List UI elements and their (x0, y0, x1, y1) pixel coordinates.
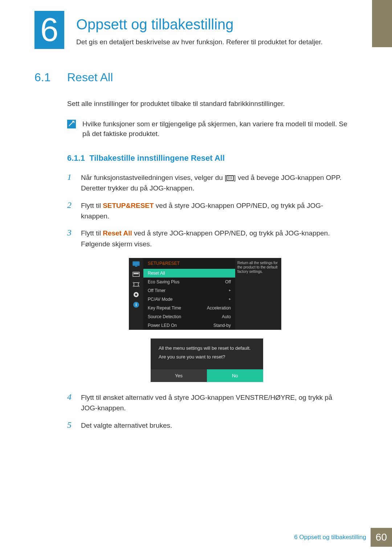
step-number-1: 1 (67, 172, 75, 194)
chapter-subtitle: Det gis en detaljert beskrivelse av hver… (76, 38, 323, 46)
footer-chapter-label: 6 Oppsett og tilbakestilling (294, 534, 366, 541)
svg-rect-5 (134, 273, 139, 274)
step-number-3: 3 (67, 228, 75, 249)
svg-rect-6 (134, 283, 138, 286)
dialog-yes-button: Yes (151, 369, 207, 382)
osd-row: Source DetectionAuto (143, 312, 235, 321)
dialog-line-2: Are you sure you want to reset? (151, 354, 263, 362)
step-text-3: Flytt til Reset All ved å styre JOG-knap… (81, 228, 350, 249)
gear-icon (132, 291, 140, 298)
footer-page-number: 60 (371, 528, 392, 547)
info-icon: i (132, 301, 140, 308)
step-number-5: 5 (67, 420, 75, 431)
osd-row-reset-all: Reset All (143, 269, 235, 278)
chapter-title: Oppsett og tilbakestilling (76, 16, 234, 33)
page-footer: 6 Oppsett og tilbakestilling 60 (294, 528, 392, 547)
note-icon (67, 120, 76, 128)
osd-main-panel: SETUP&RESET Reset All Eco Saving PlusOff… (143, 258, 235, 330)
note-text: Hvilke funksjoner som er tilgjengelige p… (82, 119, 350, 139)
svg-rect-3 (135, 266, 137, 267)
header-side-strip (372, 0, 392, 47)
section-title: Reset All (67, 71, 113, 84)
picture-icon (132, 271, 140, 278)
resize-icon (132, 281, 140, 288)
step-text-1: Når funksjonstastveiledningen vises, vel… (81, 172, 350, 194)
section-intro: Sett alle innstillinger for produktet ti… (67, 99, 350, 109)
step-text-5: Det valgte alternativet brukes. (81, 420, 172, 431)
menu-icon: ⅠⅠⅠ (226, 175, 234, 181)
dialog-line-1: All the menu settings will be reset to d… (151, 345, 263, 354)
subsection-title: 6.1.1 Tilbakestille innstillingene Reset… (67, 153, 350, 163)
osd-tooltip: Return all the settings for the product … (235, 258, 281, 330)
osd-row: Off Timer▸ (143, 286, 235, 295)
osd-header: SETUP&RESET (143, 258, 235, 269)
monitor-icon (132, 261, 140, 267)
section-number: 6.1 (34, 71, 56, 84)
osd-row: Power LED OnStand-by (143, 321, 235, 330)
svg-rect-0 (67, 120, 76, 128)
step-text-2: Flytt til SETUP&RESET ved å styre JOG-kn… (81, 200, 350, 222)
osd-row: Eco Saving PlusOff (143, 278, 235, 286)
step-number-4: 4 (67, 392, 75, 414)
osd-row: Key Repeat TimeAcceleration (143, 304, 235, 312)
svg-point-8 (135, 294, 137, 296)
svg-rect-2 (133, 262, 139, 265)
osd-row: PC/AV Mode▸ (143, 295, 235, 304)
osd-menu-screenshot: i SETUP&RESET Reset All Eco Saving PlusO… (129, 258, 281, 330)
chapter-number-box: 6 (34, 11, 64, 49)
osd-sidebar: i (129, 258, 143, 330)
confirm-dialog: All the menu settings will be reset to d… (151, 338, 263, 382)
svg-text:i: i (135, 302, 136, 307)
step-number-2: 2 (67, 200, 75, 222)
chapter-number: 6 (40, 11, 58, 49)
step-text-4: Flytt til ønsket alternativ ved å styre … (81, 392, 350, 414)
dialog-no-button: No (207, 369, 263, 382)
